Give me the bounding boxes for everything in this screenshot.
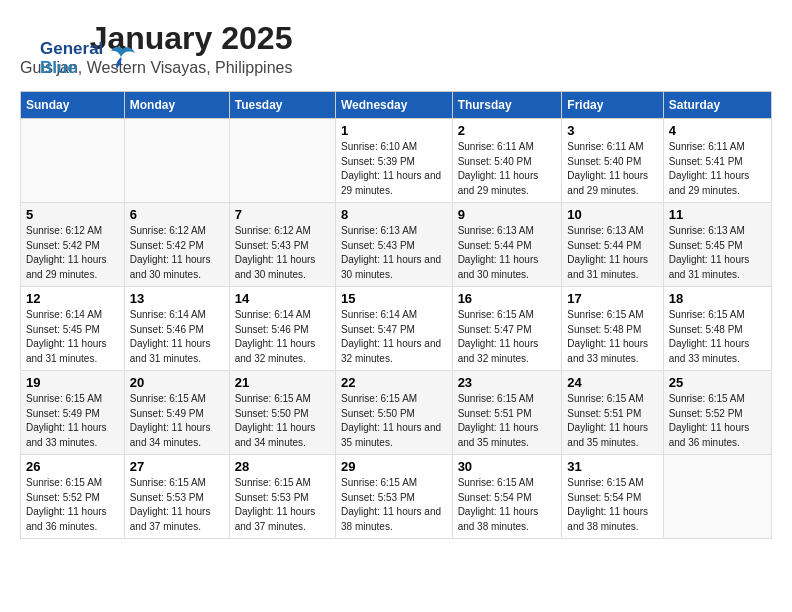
day-number: 12 [26,291,119,306]
logo: General Blue [40,40,137,77]
calendar-cell: 28Sunrise: 6:15 AMSunset: 5:53 PMDayligh… [229,455,335,539]
logo-bird-icon [109,43,137,75]
day-number: 2 [458,123,557,138]
day-number: 7 [235,207,330,222]
day-info: Sunrise: 6:14 AMSunset: 5:45 PMDaylight:… [26,308,119,366]
day-number: 10 [567,207,657,222]
calendar-cell: 2Sunrise: 6:11 AMSunset: 5:40 PMDaylight… [452,119,562,203]
logo-blue: Blue [40,59,103,78]
day-info: Sunrise: 6:15 AMSunset: 5:48 PMDaylight:… [669,308,766,366]
day-info: Sunrise: 6:15 AMSunset: 5:52 PMDaylight:… [26,476,119,534]
calendar-cell: 8Sunrise: 6:13 AMSunset: 5:43 PMDaylight… [335,203,452,287]
day-number: 14 [235,291,330,306]
calendar-cell: 17Sunrise: 6:15 AMSunset: 5:48 PMDayligh… [562,287,663,371]
day-number: 28 [235,459,330,474]
day-info: Sunrise: 6:15 AMSunset: 5:53 PMDaylight:… [341,476,447,534]
day-number: 26 [26,459,119,474]
day-info: Sunrise: 6:11 AMSunset: 5:40 PMDaylight:… [458,140,557,198]
day-info: Sunrise: 6:15 AMSunset: 5:54 PMDaylight:… [458,476,557,534]
day-info: Sunrise: 6:15 AMSunset: 5:52 PMDaylight:… [669,392,766,450]
day-info: Sunrise: 6:15 AMSunset: 5:50 PMDaylight:… [235,392,330,450]
calendar-cell: 16Sunrise: 6:15 AMSunset: 5:47 PMDayligh… [452,287,562,371]
calendar-cell: 23Sunrise: 6:15 AMSunset: 5:51 PMDayligh… [452,371,562,455]
day-info: Sunrise: 6:13 AMSunset: 5:45 PMDaylight:… [669,224,766,282]
day-info: Sunrise: 6:14 AMSunset: 5:47 PMDaylight:… [341,308,447,366]
day-number: 17 [567,291,657,306]
day-number: 21 [235,375,330,390]
day-number: 11 [669,207,766,222]
calendar-cell: 5Sunrise: 6:12 AMSunset: 5:42 PMDaylight… [21,203,125,287]
day-info: Sunrise: 6:14 AMSunset: 5:46 PMDaylight:… [130,308,224,366]
day-info: Sunrise: 6:13 AMSunset: 5:44 PMDaylight:… [458,224,557,282]
day-number: 19 [26,375,119,390]
calendar-cell: 4Sunrise: 6:11 AMSunset: 5:41 PMDaylight… [663,119,771,203]
calendar-cell [663,455,771,539]
day-info: Sunrise: 6:15 AMSunset: 5:51 PMDaylight:… [458,392,557,450]
day-info: Sunrise: 6:15 AMSunset: 5:49 PMDaylight:… [130,392,224,450]
calendar-cell: 26Sunrise: 6:15 AMSunset: 5:52 PMDayligh… [21,455,125,539]
logo-general: General [40,40,103,59]
day-info: Sunrise: 6:15 AMSunset: 5:49 PMDaylight:… [26,392,119,450]
day-number: 27 [130,459,224,474]
day-number: 20 [130,375,224,390]
day-number: 25 [669,375,766,390]
day-number: 9 [458,207,557,222]
col-header-wednesday: Wednesday [335,92,452,119]
calendar-cell: 19Sunrise: 6:15 AMSunset: 5:49 PMDayligh… [21,371,125,455]
calendar-table: SundayMondayTuesdayWednesdayThursdayFrid… [20,91,772,539]
day-info: Sunrise: 6:13 AMSunset: 5:43 PMDaylight:… [341,224,447,282]
calendar-cell: 9Sunrise: 6:13 AMSunset: 5:44 PMDaylight… [452,203,562,287]
calendar-cell: 31Sunrise: 6:15 AMSunset: 5:54 PMDayligh… [562,455,663,539]
calendar-cell: 20Sunrise: 6:15 AMSunset: 5:49 PMDayligh… [124,371,229,455]
day-number: 4 [669,123,766,138]
calendar-cell: 14Sunrise: 6:14 AMSunset: 5:46 PMDayligh… [229,287,335,371]
day-number: 23 [458,375,557,390]
day-info: Sunrise: 6:12 AMSunset: 5:43 PMDaylight:… [235,224,330,282]
col-header-saturday: Saturday [663,92,771,119]
col-header-friday: Friday [562,92,663,119]
calendar-row: 19Sunrise: 6:15 AMSunset: 5:49 PMDayligh… [21,371,772,455]
col-header-monday: Monday [124,92,229,119]
day-number: 18 [669,291,766,306]
calendar-cell: 21Sunrise: 6:15 AMSunset: 5:50 PMDayligh… [229,371,335,455]
calendar-cell: 22Sunrise: 6:15 AMSunset: 5:50 PMDayligh… [335,371,452,455]
col-header-sunday: Sunday [21,92,125,119]
day-info: Sunrise: 6:15 AMSunset: 5:53 PMDaylight:… [130,476,224,534]
calendar-row: 26Sunrise: 6:15 AMSunset: 5:52 PMDayligh… [21,455,772,539]
day-info: Sunrise: 6:15 AMSunset: 5:54 PMDaylight:… [567,476,657,534]
calendar-cell [124,119,229,203]
day-number: 30 [458,459,557,474]
calendar-cell [229,119,335,203]
calendar-cell: 27Sunrise: 6:15 AMSunset: 5:53 PMDayligh… [124,455,229,539]
calendar-row: 5Sunrise: 6:12 AMSunset: 5:42 PMDaylight… [21,203,772,287]
calendar-cell: 25Sunrise: 6:15 AMSunset: 5:52 PMDayligh… [663,371,771,455]
day-number: 24 [567,375,657,390]
day-number: 5 [26,207,119,222]
calendar-row: 12Sunrise: 6:14 AMSunset: 5:45 PMDayligh… [21,287,772,371]
day-info: Sunrise: 6:15 AMSunset: 5:50 PMDaylight:… [341,392,447,450]
calendar-cell: 24Sunrise: 6:15 AMSunset: 5:51 PMDayligh… [562,371,663,455]
day-info: Sunrise: 6:11 AMSunset: 5:41 PMDaylight:… [669,140,766,198]
calendar-cell: 15Sunrise: 6:14 AMSunset: 5:47 PMDayligh… [335,287,452,371]
calendar-cell: 29Sunrise: 6:15 AMSunset: 5:53 PMDayligh… [335,455,452,539]
day-number: 16 [458,291,557,306]
day-number: 3 [567,123,657,138]
day-info: Sunrise: 6:15 AMSunset: 5:51 PMDaylight:… [567,392,657,450]
calendar-row: 1Sunrise: 6:10 AMSunset: 5:39 PMDaylight… [21,119,772,203]
day-number: 29 [341,459,447,474]
calendar-cell: 10Sunrise: 6:13 AMSunset: 5:44 PMDayligh… [562,203,663,287]
calendar-cell: 13Sunrise: 6:14 AMSunset: 5:46 PMDayligh… [124,287,229,371]
calendar-cell [21,119,125,203]
col-header-thursday: Thursday [452,92,562,119]
day-info: Sunrise: 6:12 AMSunset: 5:42 PMDaylight:… [130,224,224,282]
calendar-cell: 18Sunrise: 6:15 AMSunset: 5:48 PMDayligh… [663,287,771,371]
day-info: Sunrise: 6:10 AMSunset: 5:39 PMDaylight:… [341,140,447,198]
calendar-cell: 7Sunrise: 6:12 AMSunset: 5:43 PMDaylight… [229,203,335,287]
day-number: 1 [341,123,447,138]
calendar-cell: 30Sunrise: 6:15 AMSunset: 5:54 PMDayligh… [452,455,562,539]
day-info: Sunrise: 6:15 AMSunset: 5:47 PMDaylight:… [458,308,557,366]
day-number: 22 [341,375,447,390]
day-info: Sunrise: 6:13 AMSunset: 5:44 PMDaylight:… [567,224,657,282]
calendar-cell: 12Sunrise: 6:14 AMSunset: 5:45 PMDayligh… [21,287,125,371]
day-info: Sunrise: 6:12 AMSunset: 5:42 PMDaylight:… [26,224,119,282]
